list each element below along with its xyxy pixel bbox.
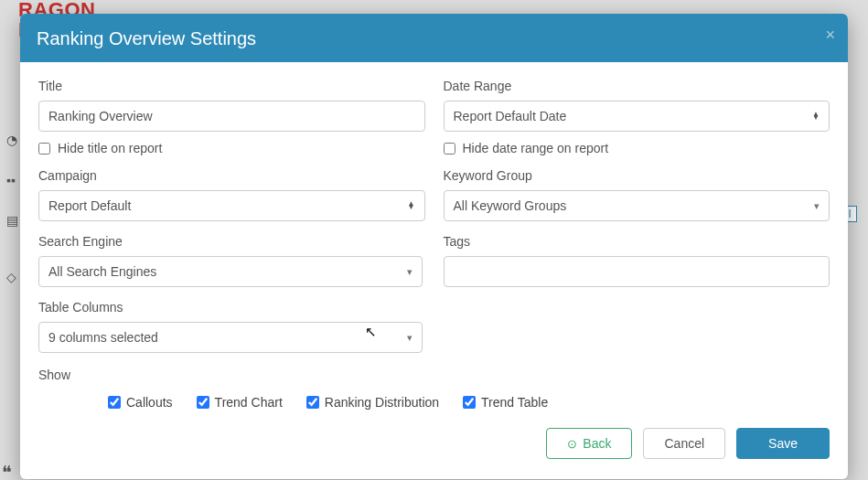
- search-engine-label: Search Engine: [38, 234, 425, 249]
- search-engine-value: All Search Engines: [48, 264, 156, 279]
- sort-icon: ▲▼: [408, 202, 415, 210]
- back-arrow-icon: ⊙: [567, 438, 577, 450]
- table-columns-select[interactable]: 9 columns selected ▾: [38, 322, 423, 353]
- campaign-value: Report Default: [48, 198, 131, 213]
- hide-date-checkbox[interactable]: [444, 143, 455, 155]
- back-button-label: Back: [583, 436, 611, 451]
- ranking-distribution-label: Ranking Distribution: [325, 395, 439, 410]
- campaign-select[interactable]: Report Default ▲▼: [38, 190, 425, 221]
- trend-chart-label: Trend Chart: [215, 395, 283, 410]
- campaign-label: Campaign: [38, 168, 425, 183]
- hide-title-checkbox[interactable]: [38, 143, 50, 155]
- close-button[interactable]: ×: [825, 27, 835, 43]
- callouts-checkbox[interactable]: [108, 396, 121, 409]
- hide-title-label: Hide title on report: [58, 141, 162, 155]
- modal-footer: ⊙ Back Cancel Save: [20, 419, 848, 479]
- search-engine-select[interactable]: All Search Engines ▾: [38, 256, 423, 287]
- keyword-group-value: All Keyword Groups: [454, 198, 567, 213]
- back-button[interactable]: ⊙ Back: [546, 428, 632, 459]
- quote-icon: ❝: [2, 462, 12, 480]
- table-columns-value: 9 columns selected: [48, 330, 158, 345]
- modal-header: Ranking Overview Settings ×: [20, 14, 848, 62]
- date-range-label: Date Range: [444, 79, 830, 93]
- hide-date-label: Hide date range on report: [463, 141, 609, 155]
- trend-table-checkbox[interactable]: [463, 396, 476, 409]
- show-callouts-option[interactable]: Callouts: [108, 395, 173, 410]
- cancel-button-label: Cancel: [664, 436, 704, 451]
- show-trend-table-option[interactable]: Trend Table: [463, 395, 548, 410]
- modal-body: Title Hide title on report Date Range Re…: [20, 62, 848, 419]
- date-range-select[interactable]: Report Default Date ▲▼: [444, 101, 830, 132]
- caret-down-icon: ▾: [407, 332, 413, 344]
- sort-icon: ▲▼: [812, 112, 820, 121]
- save-button-label: Save: [768, 436, 798, 451]
- show-trend-chart-option[interactable]: Trend Chart: [197, 395, 283, 410]
- keyword-group-select[interactable]: All Keyword Groups ▾: [444, 190, 830, 221]
- settings-modal: Ranking Overview Settings × Title Hide t…: [20, 14, 848, 479]
- close-icon: ×: [825, 26, 835, 44]
- title-label: Title: [38, 79, 425, 93]
- cancel-button[interactable]: Cancel: [643, 428, 725, 459]
- trend-chart-checkbox[interactable]: [197, 396, 209, 409]
- modal-title: Ranking Overview Settings: [37, 28, 831, 49]
- sidebar-icons: ◔ ▪▪ ▤ ◇: [2, 133, 18, 310]
- trend-table-label: Trend Table: [481, 395, 548, 410]
- tags-input[interactable]: [444, 256, 830, 287]
- caret-down-icon: ▾: [407, 266, 413, 278]
- save-button[interactable]: Save: [736, 428, 830, 459]
- show-label: Show: [38, 368, 830, 382]
- show-options-row: Callouts Trend Chart Ranking Distributio…: [38, 395, 830, 410]
- ranking-distribution-checkbox[interactable]: [306, 396, 319, 409]
- caret-down-icon: ▾: [814, 200, 820, 212]
- table-columns-label: Table Columns: [38, 300, 425, 315]
- callouts-label: Callouts: [126, 395, 173, 410]
- date-range-value: Report Default Date: [454, 109, 567, 123]
- title-input[interactable]: [38, 101, 425, 132]
- tags-label: Tags: [444, 234, 830, 249]
- keyword-group-label: Keyword Group: [444, 168, 830, 183]
- show-ranking-distribution-option[interactable]: Ranking Distribution: [306, 395, 439, 410]
